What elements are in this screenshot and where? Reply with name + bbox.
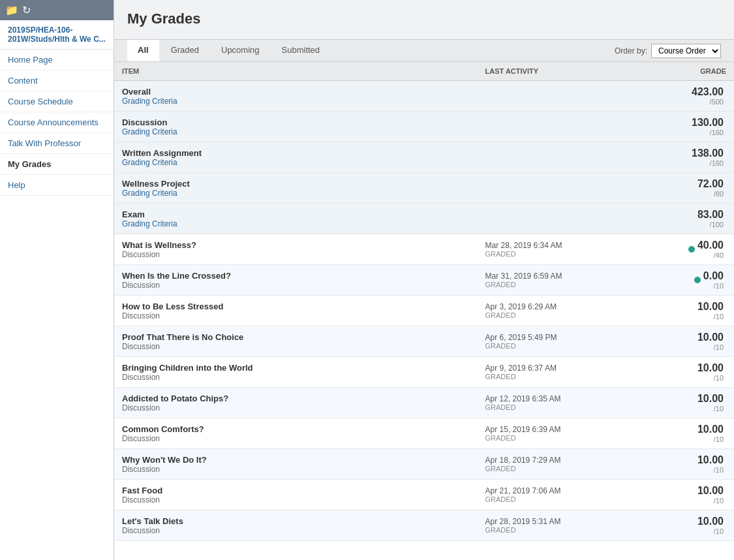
category-row: Exam Grading Criteria 83.00 /100 (114, 204, 734, 234)
item-grade-denom: /10 (703, 282, 724, 290)
item-name[interactable]: Let's Talk Diets (122, 516, 470, 526)
tab-submitted[interactable]: Submitted (271, 40, 331, 61)
col-item: ITEM (114, 62, 478, 81)
last-activity-date: Apr 6, 2019 5:49 PM (485, 333, 600, 342)
table-row: Proof That There is No Choice Discussion… (114, 326, 734, 357)
col-last-activity: LAST ACTIVITY (478, 62, 608, 81)
item-name[interactable]: Common Comforts? (122, 424, 470, 434)
sidebar-item-home-page[interactable]: Home Page (0, 50, 114, 70)
item-cell: Addicted to Potato Chips? Discussion (114, 388, 478, 418)
sidebar-item-talk-with-professor[interactable]: Talk With Professor (0, 133, 114, 154)
item-type: Discussion (122, 250, 470, 259)
sidebar-item-my-grades[interactable]: My Grades (0, 154, 114, 175)
graded-status: GRADED (485, 342, 600, 350)
item-grade-denom: /10 (697, 497, 724, 505)
order-by-container: Order by: Course Order Due Date Grade (615, 44, 721, 58)
item-type: Discussion (122, 526, 470, 535)
sidebar-item-course-announcements[interactable]: Course Announcements (0, 112, 114, 133)
item-name[interactable]: What is Wellness? (122, 240, 470, 250)
item-name[interactable]: Why Won't We Do It? (122, 455, 470, 465)
category-grade-denom: /160 (613, 129, 724, 136)
category-row: Written Assignment Grading Criteria 138.… (114, 142, 734, 173)
sidebar-course-label[interactable]: 2019SP/HEA-106-201W/Studs/Hlth & We C... (0, 20, 114, 50)
last-activity-date: Mar 31, 2019 6:59 AM (485, 272, 600, 281)
last-activity-date: Apr 18, 2019 7:29 AM (485, 456, 600, 465)
category-grade-cell: 138.00 /160 (608, 142, 734, 173)
item-grade-value: 10.00 (697, 393, 724, 405)
category-grade-denom: /500 (613, 98, 724, 106)
item-cell: Bringing Children into the World Discuss… (114, 357, 478, 388)
item-type: Discussion (122, 434, 470, 443)
item-cell: Fast Food Discussion (114, 480, 478, 510)
graded-status: GRADED (485, 281, 600, 288)
grade-cell: 10.00 /10 (608, 510, 734, 541)
order-by-select[interactable]: Course Order Due Date Grade (651, 44, 721, 58)
folder-icon: 📁 (5, 4, 18, 16)
item-grade-value: 10.00 (697, 516, 724, 527)
category-grade-denom: /80 (613, 190, 724, 198)
col-grade: GRADE (608, 62, 734, 81)
item-cell: What is Wellness? Discussion (114, 234, 478, 265)
category-name: Written Assignment (122, 148, 470, 158)
graded-status: GRADED (485, 526, 600, 534)
dot-indicator (688, 246, 695, 253)
category-row: Discussion Grading Criteria 130.00 /160 (114, 112, 734, 142)
table-row: What is Wellness? Discussion Mar 28, 201… (114, 234, 734, 265)
main-content: My Grades AllGradedUpcomingSubmitted Ord… (114, 0, 734, 560)
category-grade-value: 83.00 (613, 209, 724, 221)
item-name[interactable]: How to Be Less Stressed (122, 302, 470, 311)
grade-cell: 10.00 /10 (608, 326, 734, 357)
category-grade-cell: 423.00 /500 (608, 81, 734, 112)
page-title: My Grades (127, 10, 721, 27)
category-item-cell: Wellness Project Grading Criteria (114, 173, 478, 204)
category-grade-cell: 130.00 /160 (608, 112, 734, 142)
graded-status: GRADED (485, 373, 600, 381)
activity-cell: Apr 9, 2019 6:37 AM GRADED (478, 357, 608, 388)
activity-cell: Apr 6, 2019 5:49 PM GRADED (478, 326, 608, 357)
category-grading-link[interactable]: Grading Criteria (122, 97, 470, 106)
item-type: Discussion (122, 342, 470, 351)
category-grade-denom: /100 (613, 221, 724, 228)
item-name[interactable]: Bringing Children into the World (122, 363, 470, 373)
tab-all[interactable]: All (127, 40, 159, 61)
item-name[interactable]: Proof That There is No Choice (122, 332, 470, 342)
item-name[interactable]: When Is the Line Crossed? (122, 271, 470, 281)
category-grading-link[interactable]: Grading Criteria (122, 127, 470, 136)
item-type: Discussion (122, 465, 470, 474)
category-grade-value: 138.00 (613, 148, 724, 159)
tab-upcoming[interactable]: Upcoming (211, 40, 270, 61)
graded-status: GRADED (485, 495, 600, 503)
item-grade-denom: /10 (697, 374, 724, 382)
sidebar: 📁 ↻ 2019SP/HEA-106-201W/Studs/Hlth & We … (0, 0, 114, 560)
sidebar-item-content[interactable]: Content (0, 70, 114, 91)
item-type: Discussion (122, 403, 470, 412)
category-grading-link[interactable]: Grading Criteria (122, 158, 470, 167)
item-grade-denom: /10 (697, 435, 724, 443)
item-cell: Why Won't We Do It? Discussion (114, 449, 478, 480)
item-name[interactable]: Fast Food (122, 486, 470, 495)
item-grade-value: 0.00 (703, 270, 724, 282)
order-by-label: Order by: (615, 46, 647, 55)
item-grade-denom: /10 (697, 313, 724, 320)
last-activity-date: Mar 28, 2019 6:34 AM (485, 241, 600, 250)
table-row: Why Won't We Do It? Discussion Apr 18, 2… (114, 449, 734, 480)
item-cell: Common Comforts? Discussion (114, 418, 478, 449)
item-grade-value: 10.00 (697, 424, 724, 435)
tab-graded[interactable]: Graded (161, 40, 209, 61)
table-row: Let's Talk Diets Discussion Apr 28, 2019… (114, 510, 734, 541)
activity-cell: Apr 12, 2019 6:35 AM GRADED (478, 388, 608, 418)
category-grading-link[interactable]: Grading Criteria (122, 219, 470, 228)
item-name[interactable]: Addicted to Potato Chips? (122, 394, 470, 403)
sidebar-item-course-schedule[interactable]: Course Schedule (0, 91, 114, 112)
sidebar-item-help[interactable]: Help (0, 175, 114, 196)
category-grading-link[interactable]: Grading Criteria (122, 189, 470, 198)
last-activity-date: Apr 28, 2019 5:31 AM (485, 517, 600, 526)
category-item-cell: Discussion Grading Criteria (114, 112, 478, 142)
category-name: Wellness Project (122, 179, 470, 189)
grades-table-container: ITEM LAST ACTIVITY GRADE Overall Grading… (114, 62, 734, 560)
sidebar-header: 📁 ↻ (0, 0, 114, 20)
item-grade-value: 10.00 (697, 485, 724, 497)
refresh-icon[interactable]: ↻ (22, 4, 31, 16)
item-type: Discussion (122, 311, 470, 320)
grade-cell: 10.00 /10 (608, 449, 734, 480)
